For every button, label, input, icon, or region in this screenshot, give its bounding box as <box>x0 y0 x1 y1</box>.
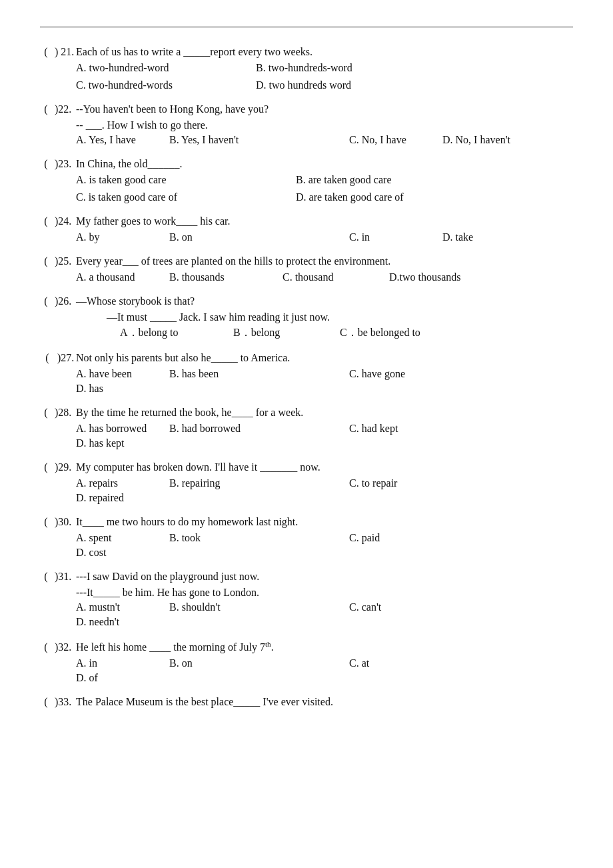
options-25: A. a thousand B. thousands C. thousand D… <box>76 271 573 286</box>
option-30c: C. paid <box>349 532 456 544</box>
qnum-33: )33. <box>52 696 76 708</box>
option-30d: D. cost <box>76 547 196 559</box>
option-27a: A. have been <box>76 368 163 380</box>
qtext-33: The Palace Museum is the best place_____… <box>76 696 573 708</box>
qtext-31: ---I saw David on the playground just no… <box>76 571 573 583</box>
qnum-27: )27. <box>52 352 76 364</box>
option-24c: C. in <box>349 231 436 243</box>
qtext-28: By the time he returned the book, he____… <box>76 407 573 419</box>
option-25a: A. a thousand <box>76 271 163 283</box>
options-32: A. in B. on C. at D. of <box>76 657 573 687</box>
option-25c: C. thousand <box>283 271 382 283</box>
qsub-26: —It must _____ Jack. I saw him reading i… <box>107 311 573 323</box>
paren-21: ( <box>40 46 52 58</box>
qtext-23: In China, the old______. <box>76 158 573 170</box>
option-28a: A. has borrowed <box>76 423 163 435</box>
question-25: ( )25. Every year___ of trees are plante… <box>40 255 573 286</box>
option-23d: D. are taken good care of <box>296 191 482 203</box>
qnum-28: )28. <box>52 407 76 419</box>
option-27c: C. have gone <box>349 368 522 380</box>
option-21a: A. two-hundred-word <box>76 62 249 74</box>
qtext-27: Not only his parents but also he_____ to… <box>76 352 573 364</box>
option-32c: C. at <box>349 657 449 669</box>
option-31c: C. can't <box>349 601 449 613</box>
qtext-24: My father goes to work____ his car. <box>76 215 573 227</box>
question-21: ( ) 21. Each of us has to write a _____r… <box>40 46 573 94</box>
qtext-30: It____ me two hours to do my homework la… <box>76 516 573 528</box>
qtext-21: Each of us has to write a _____report ev… <box>76 46 573 58</box>
options-21-row2: C. two-hundred-words D. two hundreds wor… <box>76 79 573 94</box>
paren-26: ( <box>40 295 52 307</box>
top-divider <box>40 27 573 27</box>
option-30a: A. spent <box>76 532 163 544</box>
option-29c: C. to repair <box>349 477 522 489</box>
question-23: ( )23. In China, the old______. A. is ta… <box>40 158 573 206</box>
paren-24: ( <box>40 215 52 227</box>
qnum-30: )30. <box>52 516 76 528</box>
options-26: A．belong to B．belong C．be belonged to <box>120 326 573 343</box>
paren-30: ( <box>40 516 52 528</box>
question-31: ( )31. ---I saw David on the playground … <box>40 571 573 631</box>
option-22d: D. No, I haven't <box>442 134 562 146</box>
option-30b: B. took <box>169 532 342 544</box>
paren-27: ( <box>40 352 52 364</box>
option-21d: D. two hundreds word <box>256 79 429 91</box>
option-23c: C. is taken good care of <box>76 191 289 203</box>
option-21b: B. two-hundreds-word <box>256 62 429 74</box>
option-28d: D. has kept <box>76 437 196 449</box>
option-24a: A. by <box>76 231 163 243</box>
option-29d: D. repaired <box>76 492 196 504</box>
qtext-32: He left his home ____ the morning of Jul… <box>76 640 573 653</box>
option-25b: B. thousands <box>169 271 276 283</box>
option-22a: A. Yes, I have <box>76 134 163 146</box>
paren-33: ( <box>40 696 52 708</box>
options-27: A. have been B. has been C. have gone D.… <box>76 368 573 397</box>
question-26: ( )26. —Whose storybook is that? —It mus… <box>40 295 573 343</box>
question-33: ( )33. The Palace Museum is the best pla… <box>40 696 573 708</box>
option-31a: A. mustn't <box>76 601 163 613</box>
option-24d: D. take <box>442 231 562 243</box>
option-32d: D. of <box>76 672 196 684</box>
qsub-31: ---It_____ be him. He has gone to London… <box>76 587 573 599</box>
option-26c: C．be belonged to <box>340 326 460 340</box>
question-30: ( )30. It____ me two hours to do my home… <box>40 516 573 561</box>
options-31: A. mustn't B. shouldn't C. can't D. need… <box>76 601 573 631</box>
qtext-29: My computer has broken down. I'll have i… <box>76 461 573 473</box>
options-23-row2: C. is taken good care of D. are taken go… <box>76 191 573 206</box>
qnum-21: ) 21. <box>52 46 76 58</box>
option-32a: A. in <box>76 657 163 669</box>
qnum-31: )31. <box>52 571 76 583</box>
paren-25: ( <box>40 255 52 267</box>
option-25d: D.two thousands <box>389 271 509 283</box>
qnum-32: )32. <box>52 641 76 653</box>
options-30: A. spent B. took C. paid D. cost <box>76 532 573 561</box>
question-32: ( )32. He left his home ____ the morning… <box>40 640 573 687</box>
option-26b: B．belong <box>233 326 333 340</box>
question-24: ( )24. My father goes to work____ his ca… <box>40 215 573 246</box>
option-22b: B. Yes, I haven't <box>169 134 342 146</box>
option-23a: A. is taken good care <box>76 174 289 186</box>
options-21: A. two-hundred-word B. two-hundreds-word <box>76 62 573 77</box>
qsub-22: -- ___. How I wish to go there. <box>76 119 573 131</box>
paren-28: ( <box>40 407 52 419</box>
qnum-22: )22. <box>52 103 76 115</box>
option-28b: B. had borrowed <box>169 423 342 435</box>
qtext-26: —Whose storybook is that? <box>76 295 573 307</box>
qtext-25: Every year___ of trees are planted on th… <box>76 255 573 267</box>
qnum-23: )23. <box>52 158 76 170</box>
paren-22: ( <box>40 103 52 115</box>
option-31b: B. shouldn't <box>169 601 342 613</box>
question-27: ( )27. Not only his parents but also he_… <box>40 352 573 397</box>
option-31d: D. needn't <box>76 616 196 628</box>
option-29b: B. repairing <box>169 477 342 489</box>
option-22c: C. No, I have <box>349 134 436 146</box>
qnum-29: )29. <box>52 461 76 473</box>
option-27d: D. has <box>76 383 196 395</box>
paren-31: ( <box>40 571 52 583</box>
question-29: ( )29. My computer has broken down. I'll… <box>40 461 573 507</box>
options-28: A. has borrowed B. had borrowed C. had k… <box>76 423 573 452</box>
option-29a: A. repairs <box>76 477 163 489</box>
options-29: A. repairs B. repairing C. to repair D. … <box>76 477 573 507</box>
option-28c: C. had kept <box>349 423 522 435</box>
option-21c: C. two-hundred-words <box>76 79 249 91</box>
